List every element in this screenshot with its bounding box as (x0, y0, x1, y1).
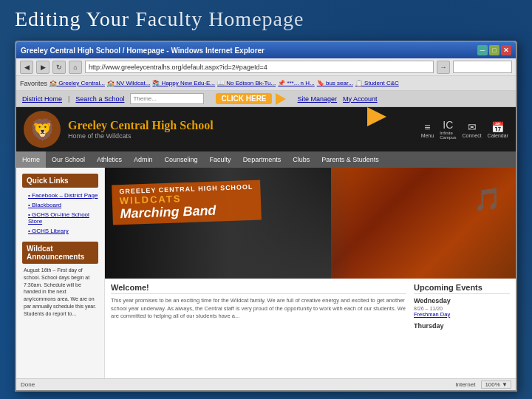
browser-toolbar: ◀ ▶ ↻ ⌂ → (16, 58, 516, 76)
browser-title-text: Greeley Central High School / Homepage -… (21, 47, 265, 55)
browser-window: Greeley Central High School / Homepage -… (15, 41, 517, 392)
quick-links-title: Quick Links (22, 174, 98, 188)
school-header: 🦁 Greeley Central High School Home of th… (16, 107, 516, 151)
header-icons: ≡ Menu IC InfiniteCampus ✉ Connect 📅 Cal… (421, 119, 508, 140)
sidebar-link-facebook[interactable]: Facebook – District Page (22, 192, 98, 199)
school-name-block: Greeley Central High School Home of the … (68, 119, 414, 140)
top-search-input[interactable] (130, 93, 204, 104)
page-title: Editing Your Faculty Homepage (15, 7, 517, 31)
school-tagline: Home of the Wildcats (68, 132, 414, 140)
favorites-label: Favorites (20, 80, 47, 87)
event-item-2: Thursday (414, 322, 510, 330)
events-col: Upcoming Events Wednesday 8/26 – 11/20 F… (414, 283, 510, 331)
favorites-link-3[interactable]: 📚 Happy New Edu-E... (152, 80, 215, 86)
site-manager-link[interactable]: Site Manager (298, 95, 338, 103)
school-main-nav: Home Our School Athletics Admin Counseli… (16, 151, 516, 168)
nav-parents-students[interactable]: Parents & Students (316, 151, 385, 168)
my-account-link[interactable]: My Account (343, 95, 378, 103)
infinite-campus-icon: IC (443, 119, 453, 131)
back-button[interactable]: ◀ (20, 61, 33, 74)
home-button[interactable]: ⌂ (69, 61, 82, 74)
welcome-title: Welcome! (111, 283, 406, 294)
event-day-1: Wednesday (414, 297, 510, 304)
browser-controls: ─ □ ✕ (477, 45, 511, 55)
logo-icon: 🦁 (30, 117, 55, 142)
announcements-box: Wildcat Announcements August 16th – Firs… (22, 242, 98, 321)
go-button[interactable]: → (437, 61, 450, 74)
event-day-2: Thursday (414, 322, 510, 330)
favorites-link-4[interactable]: 📖 No Edison Bk-Tu... (217, 80, 276, 86)
school-content: Quick Links Facebook – District Page Bla… (16, 168, 516, 386)
favorites-link-5[interactable]: 📌 ***... n H... (278, 80, 315, 86)
music-note-decoration: 🎵 (474, 186, 501, 212)
click-here-arrow (276, 93, 286, 105)
page-title-area: Editing Your Faculty Homepage (0, 0, 532, 37)
school-logo: 🦁 (24, 111, 61, 148)
favorites-link-6[interactable]: 🔖 bus sear... (317, 80, 353, 86)
favorites-link-7[interactable]: 📋 Student C&C (355, 80, 399, 86)
event-name-1[interactable]: Freshman Day (414, 311, 510, 318)
calendar-icon-item[interactable]: 📅 Calendar (488, 121, 508, 138)
hero-crowd-bg (331, 168, 516, 279)
infinite-campus-label: InfiniteCampus (440, 131, 456, 140)
address-bar[interactable] (85, 61, 434, 73)
event-date-1: 8/26 – 11/20 (414, 306, 510, 311)
favorites-bar: Favorites 🏫 Greeley Central... 🏫 NV Wild… (16, 76, 516, 91)
menu-icon-item[interactable]: ≡ Menu (421, 121, 434, 138)
event-item-1: Wednesday 8/26 – 11/20 Freshman Day (414, 297, 510, 318)
refresh-button[interactable]: ↻ (52, 61, 66, 74)
browser-titlebar: Greeley Central High School / Homepage -… (16, 42, 516, 58)
connect-icon-item[interactable]: ✉ Connect (463, 121, 482, 138)
nav-athletics[interactable]: Athletics (91, 151, 128, 168)
connect-icon: ✉ (468, 121, 477, 133)
infinite-campus-icon-item[interactable]: IC InfiniteCampus (440, 119, 456, 140)
school-top-nav: District Home | Search a School CLICK HE… (16, 91, 516, 107)
sidebar-link-blackboard[interactable]: Blackboard (22, 202, 98, 208)
minimize-button[interactable]: ─ (477, 45, 488, 55)
district-home-link[interactable]: District Home (22, 95, 62, 103)
announcements-text: August 16th – First day of school. Schoo… (22, 264, 98, 321)
favorites-link-2[interactable]: 🏫 NV Wildcat... (107, 80, 150, 86)
school-name: Greeley Central High School (68, 119, 414, 132)
nav-faculty[interactable]: Faculty (204, 151, 237, 168)
welcome-col: Welcome! This year promises to be an exc… (111, 283, 406, 331)
sidebar-link-library[interactable]: GCHS Library (22, 228, 98, 234)
zoom-control[interactable]: 100% ▼ (481, 381, 511, 389)
status-right: Internet 100% ▼ (455, 381, 511, 389)
internet-zone: Internet (455, 381, 475, 388)
nav-our-school[interactable]: Our School (46, 151, 91, 168)
favorites-link-1[interactable]: 🏫 Greeley Central... (50, 80, 105, 86)
maximize-button[interactable]: □ (489, 45, 499, 55)
sidebar-link-store[interactable]: GCHS On-line School Store (22, 211, 98, 225)
nav-counseling[interactable]: Counseling (159, 151, 204, 168)
forward-button[interactable]: ▶ (36, 61, 50, 74)
school-main-content: GREELEY CENTRAL HIGH SCHOOL WILDCATS Mar… (105, 168, 516, 386)
menu-icon: ≡ (424, 121, 430, 133)
hero-image: GREELEY CENTRAL HIGH SCHOOL WILDCATS Mar… (105, 168, 516, 279)
search-school-link[interactable]: Search a School (75, 95, 124, 103)
calendar-icon: 📅 (491, 121, 504, 133)
nav-departments[interactable]: Departments (237, 151, 287, 168)
welcome-section: Welcome! This year promises to be an exc… (105, 279, 516, 335)
announcements-title: Wildcat Announcements (22, 242, 98, 264)
events-title: Upcoming Events (414, 283, 510, 294)
welcome-text: This year promises to be an exciting tim… (111, 297, 406, 321)
nav-admin[interactable]: Admin (128, 151, 159, 168)
school-sidebar: Quick Links Facebook – District Page Bla… (16, 168, 105, 386)
nav-home[interactable]: Home (16, 151, 46, 168)
browser-status-bar: Done Internet 100% ▼ (16, 378, 516, 390)
hero-banner-overlay: GREELEY CENTRAL HIGH SCHOOL WILDCATS Mar… (112, 180, 262, 225)
status-text: Done (21, 381, 35, 388)
menu-label: Menu (421, 133, 434, 138)
connect-label: Connect (463, 133, 482, 138)
close-button[interactable]: ✕ (501, 45, 511, 55)
calendar-label: Calendar (488, 133, 508, 138)
search-bar[interactable] (453, 61, 512, 73)
click-here-badge[interactable]: CLICK HERE (216, 93, 271, 104)
nav-clubs[interactable]: Clubs (287, 151, 316, 168)
large-arrow-decoration (367, 107, 386, 126)
